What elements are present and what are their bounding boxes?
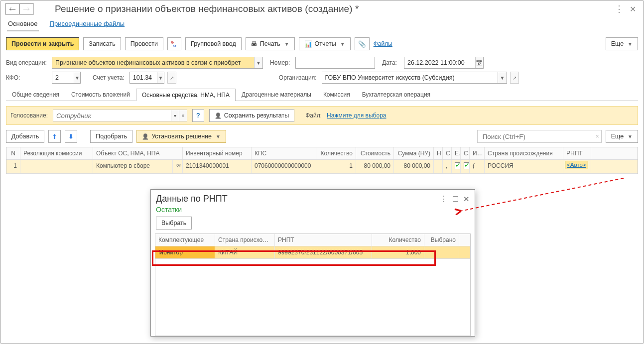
tab-accounting[interactable]: Бухгалтерская операция (356, 88, 436, 101)
col-inv: Инвентарный номер (183, 147, 252, 159)
dtkt-button[interactable]: ДтКт (167, 37, 181, 50)
optype-input[interactable] (52, 59, 254, 66)
reports-button[interactable]: 📊Отчеты▼ (299, 37, 351, 50)
set-decision-button[interactable]: Установить решение▼ (136, 130, 226, 143)
group-input-button[interactable]: Групповой ввод (185, 37, 242, 50)
attach-button[interactable]: 📎 (355, 37, 370, 50)
page-title: Решение о признании объектов нефинансовы… (55, 3, 612, 14)
open-button[interactable]: ↗ (167, 72, 176, 84)
rnpt-auto-cell[interactable]: <Авто> (565, 161, 588, 169)
file-link[interactable]: Нажмите для выбора (327, 112, 386, 119)
chevron-down-icon[interactable]: ▼ (157, 72, 164, 83)
svg-text:Дт: Дт (171, 41, 174, 44)
col-cost: Стоимость (356, 147, 394, 159)
search-input[interactable] (482, 132, 596, 141)
svg-text:Кт: Кт (173, 44, 176, 47)
number-field[interactable] (295, 57, 375, 69)
checkbox-e[interactable] (455, 162, 461, 169)
col-c2: С (461, 147, 470, 159)
tab-cost[interactable]: Стоимость вложений (65, 88, 136, 101)
search-box[interactable]: × (477, 130, 602, 143)
tab-general[interactable]: Общие сведения (6, 88, 65, 101)
chart-icon: 📊 (304, 40, 312, 48)
move-down-button[interactable]: ⬇ (65, 130, 77, 143)
col-h: Н (434, 147, 443, 159)
forward-button[interactable]: 🡒 (19, 3, 33, 14)
close-icon[interactable]: ✕ (630, 4, 636, 14)
subtab-main[interactable]: Основное (7, 18, 39, 31)
post-and-close-button[interactable]: Провести и закрыть (6, 37, 79, 50)
tab-commission[interactable]: Комиссия (317, 88, 356, 101)
col-n: N (6, 147, 20, 159)
move-up-button[interactable]: ⬆ (48, 130, 61, 143)
date-label: Дата: (382, 59, 401, 66)
more-button-table[interactable]: Еще▼ (606, 130, 638, 143)
open-org-button[interactable]: ↗ (510, 72, 519, 84)
col-e: Е (452, 147, 461, 159)
col-resolution: Резолюция комиссии (20, 147, 93, 159)
more-button-top[interactable]: Еще▼ (606, 37, 638, 50)
table-row[interactable]: 1 Компьютер в сборе 2101340000001 070600… (6, 160, 638, 174)
popup-close-icon[interactable]: ✕ (463, 195, 470, 204)
rnpt-popup: Данные по РНПТ ⋮ ✕ Остатки Выбрать Компл… (150, 189, 475, 337)
paperclip-icon: 📎 (358, 40, 366, 48)
col-c1: С (443, 147, 452, 159)
pick-button[interactable]: Подобрать (90, 130, 132, 143)
clear-icon[interactable]: × (179, 110, 187, 121)
col-object: Объект ОС, НМА, НПА (93, 147, 183, 159)
svg-line-2 (460, 178, 624, 211)
assets-table: N Резолюция комиссии Объект ОС, НМА, НПА… (6, 147, 638, 174)
account-label: Счет учета: (93, 74, 125, 81)
col-rnpt: РНПТ (563, 147, 591, 159)
voting-label: Голосование: (10, 112, 48, 119)
col-qty: Количество (316, 147, 356, 159)
clear-search-icon[interactable]: × (596, 133, 599, 140)
popup-table: Комплектующее Страна происхо… РНПТ Колич… (155, 233, 471, 336)
subtab-files[interactable]: Присоединенные файлы (49, 18, 126, 31)
help-button[interactable]: ? (192, 109, 204, 122)
optype-field[interactable]: ▼ (52, 57, 263, 69)
voting-employee-input[interactable] (53, 112, 171, 119)
account-field[interactable]: ▼ (129, 72, 164, 84)
files-link[interactable]: Файлы (374, 40, 392, 47)
col-sumnu: Сумма (НУ) (394, 147, 434, 159)
date-input[interactable] (404, 59, 475, 66)
col-country: Страна происхождения (485, 147, 563, 159)
kfo-field[interactable]: ▼ (52, 72, 81, 84)
tab-assets[interactable]: Основные средства, НМА, НПА (136, 89, 236, 101)
chevron-down-icon[interactable]: ▼ (74, 72, 80, 83)
kebab-icon[interactable]: ⋮ (615, 3, 624, 14)
org-field[interactable]: ▼ (322, 72, 507, 84)
back-button[interactable]: 🡐 (5, 3, 19, 14)
account-input[interactable] (130, 74, 157, 81)
calendar-icon[interactable] (475, 57, 483, 68)
file-label: Файл: (305, 112, 322, 119)
print-button[interactable]: 🖶Печать▼ (246, 37, 295, 50)
col-i: И… (470, 147, 485, 159)
kfo-input[interactable] (52, 74, 74, 81)
number-input[interactable] (296, 59, 375, 66)
print-icon: 🖶 (251, 40, 258, 47)
col-kps: КПС (252, 147, 316, 159)
popup-maximize-icon[interactable] (453, 196, 458, 202)
popup-title: Данные по РНПТ (156, 194, 228, 204)
post-button[interactable]: Провести (125, 37, 163, 50)
pcol-comp: Комплектующее (155, 234, 215, 246)
chevron-down-icon[interactable]: ▼ (498, 72, 506, 83)
checkbox-c[interactable] (464, 162, 470, 169)
tab-precious[interactable]: Драгоценные материалы (236, 88, 317, 101)
kfo-label: КФО: (6, 74, 49, 81)
popup-select-button[interactable]: Выбрать (156, 217, 192, 229)
org-input[interactable] (322, 74, 498, 81)
popup-kebab-icon[interactable]: ⋮ (440, 194, 448, 204)
add-button[interactable]: Добавить (6, 130, 44, 143)
chevron-down-icon[interactable]: ▾ (171, 110, 179, 121)
number-label: Номер: (270, 59, 292, 66)
chevron-down-icon[interactable]: ▼ (254, 57, 262, 68)
voting-employee-field[interactable]: ▾ × (53, 110, 187, 121)
popup-row[interactable]: Монитор КИТАЙ 99992370/231122/0000371/00… (155, 246, 470, 259)
date-field[interactable] (404, 57, 484, 69)
pcol-sel: Выбрано (424, 234, 459, 246)
save-button[interactable]: Записать (83, 37, 121, 50)
save-results-button[interactable]: Сохранить результаты (209, 109, 295, 122)
